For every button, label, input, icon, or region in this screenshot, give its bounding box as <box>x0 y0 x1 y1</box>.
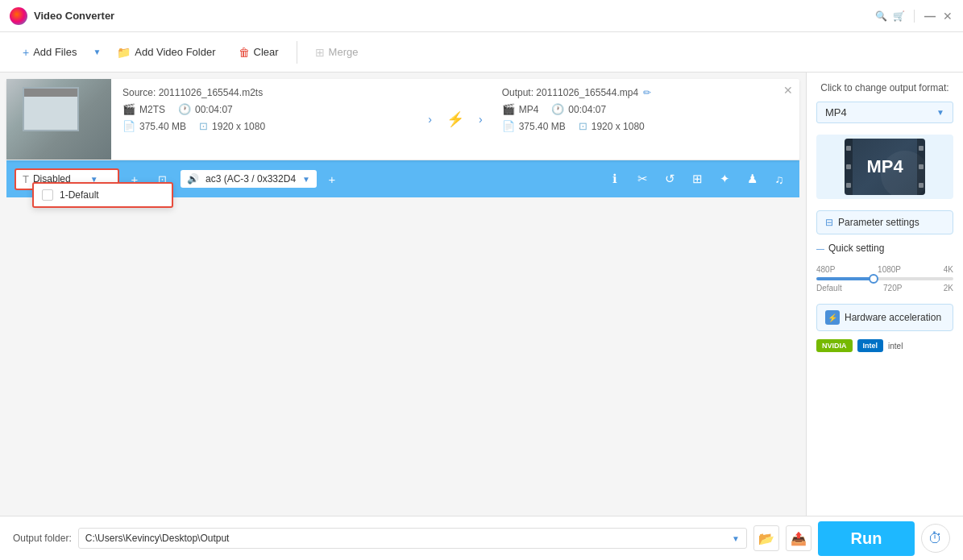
add-files-label: Add Files <box>33 46 77 58</box>
output-meta-row: 🎬 MP4 🕐 00:04:07 <box>502 103 788 115</box>
add-folder-button[interactable]: 📁 Add Video Folder <box>107 41 225 64</box>
timer-button[interactable]: ⏱ <box>921 524 950 553</box>
file-close-button[interactable]: ✕ <box>783 84 793 97</box>
edit-pencil-icon[interactable]: ✏ <box>643 87 651 98</box>
output-path-arrow-icon: ▼ <box>732 534 740 543</box>
source-resolution-item: ⊡ 1920 x 1080 <box>199 120 265 132</box>
merge-label: Merge <box>329 46 359 58</box>
format-chevron-icon: ▼ <box>936 108 944 117</box>
source-info: Source: 20111026_165544.m2ts 🎬 M2TS 🕐 00… <box>111 79 420 160</box>
slider-top-labels: 480P 1080P 4K <box>816 265 953 274</box>
slider-bottom-labels: Default 720P 2K <box>816 284 953 292</box>
right-panel: Click to change output format: MP4 ▼ MP4 <box>806 73 963 516</box>
empty-content-area <box>0 197 806 516</box>
crop-button[interactable]: ⊞ <box>685 167 709 191</box>
output-label: Output: 20111026_165544.mp4 <box>502 87 638 98</box>
audio-edit-button[interactable]: ♫ <box>767 167 791 191</box>
merge-icon: ⊞ <box>315 46 325 59</box>
open-folder-icon: 📂 <box>758 531 774 546</box>
app-title: Video Converter <box>34 10 114 22</box>
intel-text-label: intel <box>888 342 903 351</box>
run-button[interactable]: Run <box>818 521 915 556</box>
source-duration-item: 🕐 00:04:07 <box>178 103 233 115</box>
format-preview: MP4 <box>816 135 953 199</box>
source-duration: 00:04:07 <box>195 104 233 115</box>
merge-button[interactable]: ⊞ Merge <box>305 41 368 64</box>
output-folder-input[interactable]: C:\Users\Kevincy\Desktop\Output ▼ <box>78 528 747 549</box>
mp4-badge: MP4 <box>845 139 925 195</box>
label-480p: 480P <box>816 265 835 274</box>
dropdown-item-1[interactable]: 1-Default <box>34 184 172 206</box>
param-settings-label: Parameter settings <box>838 217 919 228</box>
info-button[interactable]: ℹ <box>603 167 627 191</box>
format-icon: 🎬 <box>122 103 135 115</box>
title-bar: Video Converter 🔍 🛒 — ✕ <box>0 0 963 32</box>
close-button[interactable]: ✕ <box>942 10 953 22</box>
output-clock-icon: 🕐 <box>551 103 564 115</box>
subtitle-dropdown-menu: 1-Default <box>32 182 173 208</box>
dropdown-checkbox-1[interactable] <box>42 189 53 201</box>
plus-icon: + <box>23 46 29 59</box>
output-folder-label: Output folder: <box>13 533 72 544</box>
output-file-icon: 📄 <box>502 120 515 132</box>
source-meta-row2: 📄 375.40 MB ⊡ 1920 x 1080 <box>122 120 409 132</box>
window-controls: 🔍 🛒 — ✕ <box>875 10 953 23</box>
open-output-button[interactable]: 📤 <box>786 525 811 551</box>
add-audio-button[interactable]: + <box>320 167 344 191</box>
source-size-item: 📄 375.40 MB <box>122 120 186 132</box>
clock-icon: 🕐 <box>178 103 191 115</box>
output-format-item: 🎬 MP4 <box>502 103 539 115</box>
add-files-dropdown-arrow[interactable]: ▼ <box>89 43 104 61</box>
label-2k: 2K <box>944 284 953 292</box>
output-folder-icon: 📤 <box>791 531 807 546</box>
quick-setting-area: 480P 1080P 4K Default 720P 2K <box>816 262 953 296</box>
output-size: 375.40 MB <box>519 121 566 132</box>
format-dropdown[interactable]: MP4 ▼ <box>816 102 953 123</box>
nvidia-badge[interactable]: NVIDIA <box>816 339 853 352</box>
bottom-bar: Output folder: C:\Users\Kevincy\Desktop\… <box>0 516 963 560</box>
label-720p: 720P <box>883 284 902 292</box>
output-meta-row2: 📄 375.40 MB ⊡ 1920 x 1080 <box>502 120 788 132</box>
minimize-button[interactable]: — <box>924 10 936 22</box>
hardware-acceleration-button[interactable]: ⚡ Hardware acceleration <box>816 304 953 331</box>
nvidia-label: NVIDIA <box>822 342 847 350</box>
content-area: Source: 20111026_165544.m2ts 🎬 M2TS 🕐 00… <box>0 73 806 516</box>
output-resolution-item: ⊡ 1920 x 1080 <box>579 120 645 132</box>
audio-dropdown[interactable]: 🔊 ac3 (AC-3 / 0x332D4 ▼ <box>181 170 317 188</box>
quality-slider-track[interactable] <box>816 277 953 280</box>
output-path: C:\Users\Kevincy\Desktop\Output <box>85 533 732 544</box>
clear-label: Clear <box>254 46 279 58</box>
main-area: Source: 20111026_165544.m2ts 🎬 M2TS 🕐 00… <box>0 73 963 516</box>
clear-button[interactable]: 🗑 Clear <box>229 41 288 64</box>
main-toolbar: + Add Files ▼ 📁 Add Video Folder 🗑 Clear… <box>0 32 963 73</box>
file-row: Source: 20111026_165544.m2ts 🎬 M2TS 🕐 00… <box>6 79 799 160</box>
source-format-item: 🎬 M2TS <box>122 103 165 115</box>
audio-chevron-icon: ▼ <box>302 175 310 184</box>
format-label: Click to change output format: <box>816 82 953 93</box>
rotate-button[interactable]: ↺ <box>658 167 682 191</box>
toolbar-divider <box>297 41 297 64</box>
label-default: Default <box>816 284 842 292</box>
cart-icon[interactable]: 🛒 <box>893 10 904 22</box>
add-files-button[interactable]: + Add Files <box>13 41 86 64</box>
gpu-badges: NVIDIA Intel intel <box>816 339 953 352</box>
run-label: Run <box>851 529 882 547</box>
quality-slider-thumb[interactable] <box>869 274 878 284</box>
param-icon: ⊟ <box>825 217 833 228</box>
source-format: M2TS <box>139 104 165 115</box>
source-arrow: › <box>420 79 440 160</box>
intel-badge[interactable]: Intel <box>857 339 884 352</box>
cut-button[interactable]: ✂ <box>630 167 654 191</box>
effect-button[interactable]: ✦ <box>712 167 737 191</box>
search-icon[interactable]: 🔍 <box>875 10 886 22</box>
output-info: Output: 20111026_165544.mp4 ✏ 🎬 MP4 🕐 00… <box>491 79 799 160</box>
filmstrip-right <box>917 139 925 195</box>
mp4-badge-text: MP4 <box>866 156 903 177</box>
browse-folder-button[interactable]: 📂 <box>753 525 779 551</box>
audio-label: ac3 (AC-3 / 0x332D4 <box>205 173 296 185</box>
param-settings-button[interactable]: ⊟ Parameter settings <box>816 210 953 234</box>
hw-accel-label: Hardware acceleration <box>845 312 941 323</box>
add-folder-label: Add Video Folder <box>135 46 215 58</box>
watermark-button[interactable]: ♟ <box>740 167 764 191</box>
output-duration-item: 🕐 00:04:07 <box>551 103 606 115</box>
